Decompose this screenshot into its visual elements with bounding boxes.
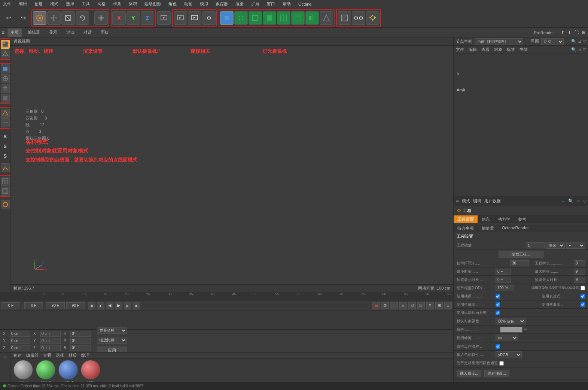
mat-view-btn[interactable]: 查看 (43, 353, 51, 358)
tab-filter[interactable]: 过滤 (63, 28, 77, 37)
x-axis-btn[interactable]: X (112, 11, 126, 25)
play-back-btn[interactable]: ◀ (106, 302, 113, 309)
menu-item-create[interactable]: 创建 (33, 1, 44, 7)
preview-max-input[interactable] (574, 277, 585, 283)
scale-input[interactable] (526, 242, 545, 248)
y-size-input[interactable] (40, 338, 61, 344)
load-preset-btn[interactable]: 载入预设... (457, 370, 481, 377)
frame-end-input[interactable] (46, 302, 65, 309)
prop-filter-icon[interactable]: ⊿ (576, 199, 580, 203)
use-generators-checkbox[interactable] (496, 302, 500, 307)
scale-unit-select[interactable]: 厘米 (546, 242, 565, 249)
prop-tab-dynamics[interactable]: 动力学 (494, 215, 514, 223)
material-item-3[interactable]: 材质.3 (13, 360, 33, 382)
h-input[interactable] (70, 331, 91, 337)
menu-item-animation[interactable]: 动画 (183, 1, 194, 7)
tab-main[interactable]: 主页 (7, 28, 22, 37)
menu-item-tools[interactable]: 工具 (80, 1, 91, 7)
prop-back-icon[interactable]: ← (561, 199, 565, 203)
subtab-value[interactable]: 输值量 (478, 225, 498, 232)
menu-item-spline[interactable]: 样条 (112, 1, 123, 7)
next-frame-btn[interactable]: ⏵ (124, 302, 131, 309)
input-colorspace-select[interactable]: sRGB (496, 351, 522, 358)
x-pos-input[interactable] (10, 331, 30, 337)
rp-view-menu[interactable]: 查看 (481, 47, 490, 52)
menu-item-file[interactable]: 文件 (1, 1, 13, 7)
project-length-input[interactable] (574, 260, 585, 266)
rp-search-icon[interactable]: 🔍 (571, 47, 576, 52)
s3-btn[interactable]: S (1, 151, 10, 160)
mat-texture-btn[interactable]: 纹理 (81, 353, 89, 358)
grid1-btn[interactable] (1, 177, 10, 186)
tab-editor[interactable]: 编辑器 (25, 28, 43, 37)
coord-system-select[interactable]: 世界坐标 对象坐标 (97, 327, 127, 334)
add-keyframe-btn[interactable]: + (390, 302, 398, 309)
menu-item-mograph[interactable]: 运动图形 (143, 1, 162, 7)
menu-item-tracker[interactable]: 跟踪器 (214, 1, 229, 7)
material-item-1[interactable]: 材质.1 (58, 360, 78, 382)
next-key-btn[interactable]: ▷ (417, 302, 425, 309)
prop-edit-btn[interactable]: 编辑 (473, 198, 481, 204)
solid-btn[interactable] (1, 94, 10, 103)
go-end-btn[interactable]: ⏭ (133, 302, 140, 309)
tab-panel[interactable]: 面板 (98, 28, 112, 37)
upload-icon[interactable]: ⬆ (561, 30, 564, 34)
scale-ratio-select[interactable]: 缩放比例 (97, 337, 127, 344)
del-keyframe-btn[interactable]: ○ (399, 302, 407, 309)
motion-path-btn[interactable]: P (426, 302, 434, 309)
material-item-2[interactable]: 材质.2 (36, 360, 55, 382)
s1-btn[interactable]: S (1, 132, 10, 141)
prop-mode-btn[interactable]: 模式 (462, 198, 470, 204)
s2-btn[interactable]: S (1, 142, 10, 151)
rp-file-menu[interactable]: 文件 (456, 47, 464, 52)
interface-select[interactable]: 启动 (541, 38, 564, 45)
scale-tool-btn[interactable] (61, 11, 75, 25)
object-mode-btn[interactable] (220, 11, 234, 25)
menu-item-window[interactable]: 窗口 (265, 1, 277, 7)
menu-item-volume[interactable]: 体积 (127, 1, 138, 7)
mat-editor-btn[interactable]: 编辑器 (26, 353, 39, 358)
render-settings-btn[interactable]: ⚙ (202, 11, 216, 25)
object-item-amir[interactable]: AmIr (454, 87, 588, 93)
rp-filter-icon[interactable]: ⊿ (578, 47, 581, 52)
bend-tool-btn[interactable] (1, 163, 10, 172)
wireframe-mode-btn[interactable] (1, 49, 10, 58)
viewport-trim-select[interactable]: 中 小 大 (496, 335, 518, 341)
tag-icon[interactable]: ▽ (583, 39, 586, 44)
z-axis-btn[interactable]: Z (141, 11, 154, 25)
menu-item-simulate[interactable]: 模拟 (198, 1, 210, 7)
max-time-input[interactable] (574, 269, 585, 275)
node-space-select[interactable]: 当前（标准/物理） (475, 38, 523, 45)
menu-item-select[interactable]: 选择 (64, 1, 76, 7)
keyframe-btn[interactable]: ⚙ (381, 302, 389, 309)
move-tool-btn[interactable] (47, 11, 61, 25)
select-tool-btn[interactable] (33, 11, 46, 25)
mat-create-btn[interactable]: 创建 (13, 353, 22, 358)
points-mode-btn[interactable] (234, 11, 248, 25)
mat-select-btn[interactable]: 选择 (56, 353, 64, 358)
add-btn[interactable] (94, 11, 108, 25)
tab-display[interactable]: 显示 (46, 28, 60, 37)
menu-item-mesh[interactable]: 网格 (96, 1, 107, 7)
prop-tab-reference[interactable]: 参考 (514, 215, 530, 223)
menu-item-render[interactable]: 渲染 (234, 1, 245, 7)
play-forward-btn[interactable]: ▶ (115, 302, 122, 309)
light-btn[interactable] (366, 11, 380, 25)
use-expressions-checkbox[interactable] (581, 294, 585, 299)
object-mode-sidebar-btn[interactable] (1, 64, 10, 73)
lod-render-checkbox[interactable] (581, 286, 585, 290)
p-input[interactable] (70, 338, 91, 344)
record-btn[interactable]: ⏺ (372, 302, 380, 309)
rp-bookmarks-menu[interactable]: 书签 (520, 47, 528, 52)
filter-icon[interactable]: ⊿ (578, 39, 581, 44)
uv-mode-btn[interactable] (277, 11, 290, 25)
use-deformers-checkbox[interactable] (581, 302, 585, 307)
render-region-btn[interactable] (174, 11, 187, 25)
grid2-btn[interactable] (1, 187, 10, 196)
shading-mode-btn[interactable] (1, 40, 10, 49)
texture-mode-btn[interactable] (291, 11, 305, 25)
rp-edit-menu[interactable]: 编辑 (469, 47, 477, 52)
menu-item-character[interactable]: 角色 (167, 1, 178, 7)
rp-tag-icon[interactable]: ▽ (583, 47, 586, 52)
menu-item-help[interactable]: 帮助 (281, 1, 292, 7)
